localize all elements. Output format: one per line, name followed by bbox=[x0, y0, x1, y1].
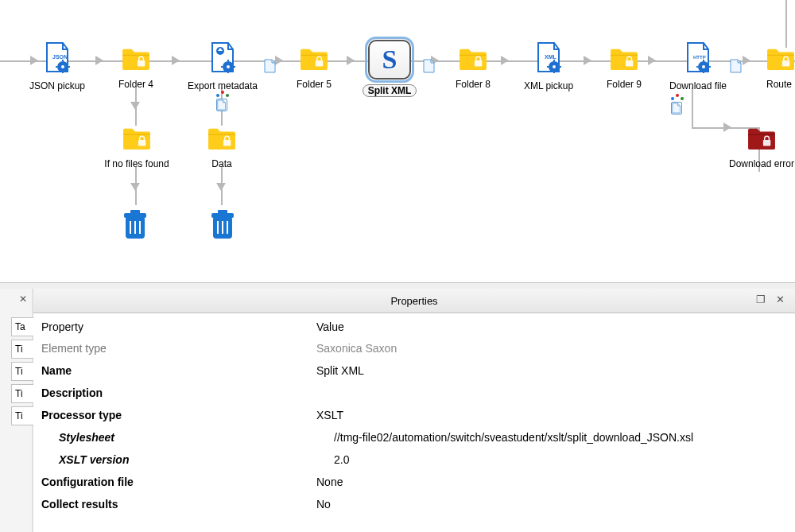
property-key: Stylesheet bbox=[37, 431, 329, 444]
node-xml-pickup[interactable]: XML XML pickup bbox=[515, 41, 582, 91]
node-download-error[interactable]: Download error bbox=[722, 126, 795, 169]
trash-icon bbox=[207, 207, 238, 242]
node-label: Export metadata bbox=[183, 80, 262, 91]
property-value: Saxonica Saxon bbox=[312, 342, 795, 355]
panel-title: Properties bbox=[390, 295, 437, 307]
node-label: Data bbox=[194, 158, 250, 169]
side-tab[interactable]: Ti bbox=[11, 406, 36, 425]
trash-icon bbox=[119, 207, 151, 242]
small-page-icon bbox=[264, 59, 277, 76]
http-file-icon: HTTP bbox=[684, 41, 712, 73]
folder-error-icon bbox=[746, 126, 778, 151]
node-folder4[interactable]: Folder 4 bbox=[108, 46, 164, 90]
node-download-file[interactable]: HTTP Download file bbox=[660, 41, 736, 91]
node-label: Route bbox=[766, 79, 795, 90]
header-property: Property bbox=[37, 320, 312, 333]
properties-table: Property Value Element type Saxonica Sax… bbox=[33, 313, 795, 515]
flow-canvas[interactable]: JSON JSON pickup Folder 4 Export metadat… bbox=[0, 0, 795, 282]
close-icon[interactable]: ✕ bbox=[774, 294, 785, 305]
small-page-icon bbox=[423, 59, 436, 76]
property-row[interactable]: XSLT version 2.0 bbox=[37, 449, 795, 471]
property-row[interactable]: Configuration file None bbox=[37, 471, 795, 493]
node-label: If no files found bbox=[95, 158, 178, 169]
property-value: Split XML bbox=[312, 364, 795, 377]
svg-text:HTTP: HTTP bbox=[693, 55, 706, 60]
node-split-xml[interactable]: S Split XML bbox=[358, 40, 421, 97]
property-value: No bbox=[312, 498, 795, 511]
property-row[interactable]: Collect results No bbox=[37, 493, 795, 515]
restore-icon[interactable]: ❐ bbox=[755, 294, 766, 305]
property-key: Element type bbox=[37, 342, 312, 355]
node-label: Folder 4 bbox=[108, 79, 164, 90]
node-json-pickup[interactable]: JSON JSON pickup bbox=[22, 41, 92, 91]
property-key: Name bbox=[37, 364, 312, 377]
property-key: Collect results bbox=[37, 498, 312, 511]
folder-icon bbox=[608, 46, 640, 72]
svg-text:XML: XML bbox=[545, 54, 557, 60]
property-value: None bbox=[312, 476, 795, 488]
folder-icon bbox=[120, 46, 152, 72]
node-trash-1[interactable] bbox=[118, 207, 153, 244]
properties-panel: Properties ❐ ✕ Property Value Element ty… bbox=[33, 289, 795, 532]
property-key: Configuration file bbox=[37, 476, 312, 488]
property-value: XSLT bbox=[312, 409, 795, 421]
folder-icon bbox=[121, 126, 153, 151]
property-row[interactable]: Name Split XML bbox=[37, 359, 795, 382]
node-label: Folder 8 bbox=[445, 79, 501, 90]
folder-icon bbox=[765, 46, 795, 72]
left-side-panel: ✕ Ta Ti Ti Ti Ti bbox=[0, 289, 33, 532]
property-value: //tmg-file02/automation/switch/sveastude… bbox=[329, 431, 795, 444]
node-if-no-files[interactable]: If no files found bbox=[95, 126, 178, 169]
folder-icon bbox=[206, 126, 238, 151]
node-label: JSON pickup bbox=[22, 80, 92, 91]
node-label: Folder 9 bbox=[596, 79, 652, 90]
property-row[interactable]: Stylesheet //tmg-file02/automation/switc… bbox=[37, 426, 795, 449]
side-tab[interactable]: Ti bbox=[11, 340, 36, 359]
xml-file-icon: XML bbox=[535, 41, 562, 73]
side-tab[interactable]: Ti bbox=[11, 362, 36, 381]
node-label: Download error bbox=[722, 158, 795, 169]
node-folder8[interactable]: Folder 8 bbox=[445, 46, 501, 90]
export-file-icon bbox=[209, 41, 236, 73]
property-row[interactable]: Processor type XSLT bbox=[37, 404, 795, 426]
node-route[interactable]: Route bbox=[765, 46, 795, 90]
node-folder5[interactable]: Folder 5 bbox=[286, 46, 342, 90]
property-key: Processor type bbox=[37, 409, 312, 421]
node-label: Split XML bbox=[363, 84, 417, 97]
property-key: Description bbox=[37, 386, 312, 399]
properties-header-row: Property Value bbox=[37, 316, 795, 337]
node-label: XML pickup bbox=[515, 80, 582, 91]
property-key: XSLT version bbox=[37, 453, 329, 466]
node-trash-2[interactable] bbox=[205, 207, 240, 244]
folder-icon bbox=[298, 46, 330, 72]
traffic-lights-icon bbox=[671, 94, 684, 105]
side-tab[interactable]: Ta bbox=[11, 317, 36, 336]
node-data-folder[interactable]: Data bbox=[194, 126, 250, 169]
property-row[interactable]: Element type Saxonica Saxon bbox=[37, 337, 795, 359]
node-label: Download file bbox=[660, 80, 736, 91]
svg-text:JSON: JSON bbox=[52, 54, 68, 60]
small-page-icon bbox=[730, 59, 743, 76]
properties-titlebar[interactable]: Properties ❐ ✕ bbox=[33, 289, 795, 313]
node-label: Folder 5 bbox=[286, 79, 342, 90]
node-export-metadata[interactable]: Export metadata bbox=[183, 41, 262, 91]
folder-icon bbox=[457, 46, 489, 72]
json-file-icon: JSON bbox=[44, 41, 71, 73]
split-xml-icon: S bbox=[368, 40, 411, 80]
traffic-lights-icon bbox=[216, 91, 229, 102]
close-icon[interactable]: ✕ bbox=[17, 293, 29, 305]
side-tab[interactable]: Ti bbox=[11, 384, 36, 403]
property-row[interactable]: Description bbox=[37, 382, 795, 404]
header-value: Value bbox=[312, 320, 795, 333]
property-value: 2.0 bbox=[329, 453, 795, 466]
node-folder9[interactable]: Folder 9 bbox=[596, 46, 652, 90]
